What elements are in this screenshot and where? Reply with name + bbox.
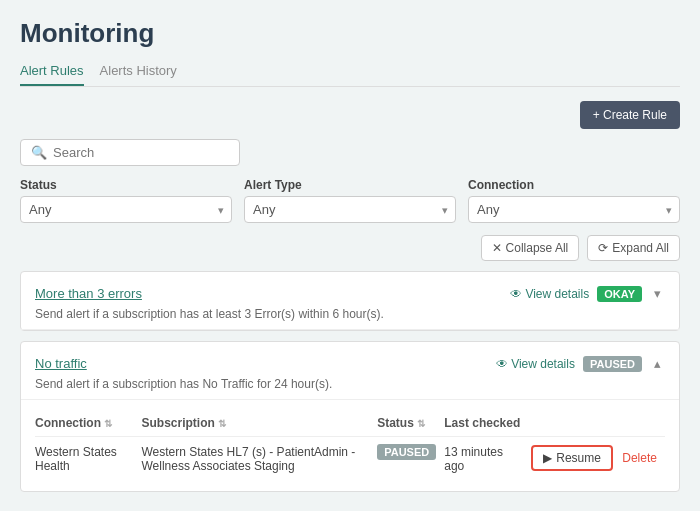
chevron-down-button-1[interactable]: ▾: [650, 284, 665, 303]
filter-select-wrapper-alert-type: Any: [244, 196, 456, 223]
th-sort-subscription: Subscription ⇅: [141, 416, 225, 430]
status-badge-paused: PAUSED: [583, 356, 642, 372]
th-connection-label: Connection: [35, 416, 101, 430]
th-last-checked: Last checked: [444, 410, 531, 437]
card-header-row-2: No traffic 👁 View details PAUSED ▴: [35, 354, 665, 373]
sort-icon-subscription: ⇅: [218, 418, 226, 429]
cell-last-checked: 13 minutes ago: [444, 437, 531, 482]
sort-icon-status: ⇅: [417, 418, 425, 429]
expand-all-button[interactable]: ⟳ Expand All: [587, 235, 680, 261]
view-details-link-2[interactable]: 👁 View details: [496, 357, 575, 371]
filter-label-status: Status: [20, 178, 232, 192]
filter-select-wrapper-connection: Any: [468, 196, 680, 223]
tabs-row: Alert Rules Alerts History: [20, 59, 680, 87]
row-status-badge: PAUSED: [377, 444, 436, 460]
cell-row-actions: ▶ Resume Delete: [531, 437, 665, 482]
create-rule-button[interactable]: + Create Rule: [580, 101, 680, 129]
view-details-label-1: View details: [525, 287, 589, 301]
resume-button[interactable]: ▶ Resume: [531, 445, 613, 471]
filter-select-wrapper-status: Any: [20, 196, 232, 223]
th-sort-connection: Connection ⇅: [35, 416, 112, 430]
table-row: Western States Health Western States HL7…: [35, 437, 665, 482]
card-header-row-1: More than 3 errors 👁 View details OKAY ▾: [35, 284, 665, 303]
cell-subscription: Western States HL7 (s) - PatientAdmin - …: [141, 437, 377, 482]
th-actions: [531, 410, 665, 437]
card-description-2: Send alert if a subscription has No Traf…: [35, 377, 665, 391]
card-description-1: Send alert if a subscription has at leas…: [35, 307, 665, 321]
view-details-link-1[interactable]: 👁 View details: [510, 287, 589, 301]
play-icon: ▶: [543, 451, 552, 465]
th-last-checked-label: Last checked: [444, 416, 520, 430]
th-connection: Connection ⇅: [35, 410, 141, 437]
filter-label-alert-type: Alert Type: [244, 178, 456, 192]
alert-title-no-traffic[interactable]: No traffic: [35, 356, 87, 371]
expand-all-label: Expand All: [612, 241, 669, 255]
filter-select-connection[interactable]: Any: [468, 196, 680, 223]
view-details-label-2: View details: [511, 357, 575, 371]
actions-row: ✕ Collapse All ⟳ Expand All: [20, 235, 680, 261]
alert-title-more-than-3-errors[interactable]: More than 3 errors: [35, 286, 142, 301]
th-subscription-label: Subscription: [141, 416, 214, 430]
card-no-traffic: No traffic 👁 View details PAUSED ▴ Send …: [20, 341, 680, 492]
th-sort-status: Status ⇅: [377, 416, 425, 430]
page-title: Monitoring: [20, 18, 680, 49]
card-body-no-traffic: Connection ⇅ Subscription ⇅: [21, 410, 679, 491]
card-header-right-1: 👁 View details OKAY ▾: [510, 284, 665, 303]
search-input[interactable]: [53, 145, 223, 160]
card-more-than-3-errors: More than 3 errors 👁 View details OKAY ▾…: [20, 271, 680, 331]
th-subscription: Subscription ⇅: [141, 410, 377, 437]
table-body: Western States Health Western States HL7…: [35, 437, 665, 482]
search-icon: 🔍: [31, 145, 47, 160]
chevron-up-button-2[interactable]: ▴: [650, 354, 665, 373]
collapse-all-button[interactable]: ✕ Collapse All: [481, 235, 580, 261]
collapse-icon: ✕: [492, 241, 502, 255]
filters-row: Status Any Alert Type Any Connection Any: [20, 178, 680, 223]
search-input-wrapper: 🔍: [20, 139, 240, 166]
card-header-no-traffic: No traffic 👁 View details PAUSED ▴ Send …: [21, 342, 679, 400]
card-header-right-2: 👁 View details PAUSED ▴: [496, 354, 665, 373]
filter-label-connection: Connection: [468, 178, 680, 192]
card-header-more-than-3-errors: More than 3 errors 👁 View details OKAY ▾…: [21, 272, 679, 330]
resume-label: Resume: [556, 451, 601, 465]
cell-status: PAUSED: [377, 437, 444, 482]
filter-group-alert-type: Alert Type Any: [244, 178, 456, 223]
tab-alerts-history[interactable]: Alerts History: [100, 59, 177, 86]
sort-icon-connection: ⇅: [104, 418, 112, 429]
table-section: Connection ⇅ Subscription ⇅: [35, 410, 665, 481]
status-badge-okay: OKAY: [597, 286, 642, 302]
filter-group-status: Status Any: [20, 178, 232, 223]
eye-icon-1: 👁: [510, 287, 522, 301]
table-header-row: Connection ⇅ Subscription ⇅: [35, 410, 665, 437]
tab-alert-rules[interactable]: Alert Rules: [20, 59, 84, 86]
filter-select-status[interactable]: Any: [20, 196, 232, 223]
filter-group-connection: Connection Any: [468, 178, 680, 223]
expand-icon: ⟳: [598, 241, 608, 255]
filter-select-alert-type[interactable]: Any: [244, 196, 456, 223]
eye-icon-2: 👁: [496, 357, 508, 371]
toolbar-row: + Create Rule: [20, 101, 680, 129]
collapse-all-label: Collapse All: [506, 241, 569, 255]
page-container: Monitoring Alert Rules Alerts History + …: [0, 0, 700, 511]
table-head: Connection ⇅ Subscription ⇅: [35, 410, 665, 437]
cell-connection: Western States Health: [35, 437, 141, 482]
data-table: Connection ⇅ Subscription ⇅: [35, 410, 665, 481]
th-status-label: Status: [377, 416, 414, 430]
search-row: 🔍: [20, 139, 680, 166]
delete-link[interactable]: Delete: [622, 451, 657, 465]
th-status: Status ⇅: [377, 410, 444, 437]
